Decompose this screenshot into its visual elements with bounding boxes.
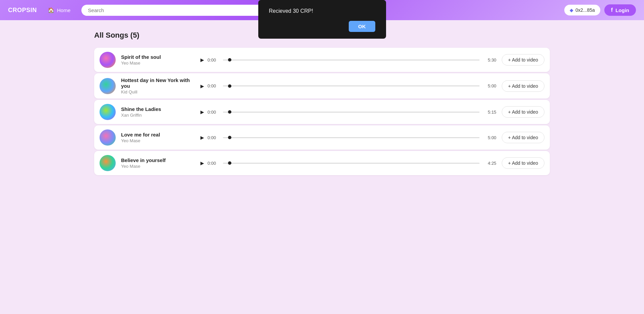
song-title: Spirit of the soul bbox=[121, 54, 195, 60]
song-title: Hottest day in New York with you bbox=[121, 77, 195, 89]
time-start: 0:00 bbox=[207, 83, 220, 88]
progress-bar[interactable] bbox=[223, 163, 480, 164]
song-avatar bbox=[100, 129, 116, 146]
add-to-video-button[interactable]: + Add to video bbox=[502, 80, 544, 92]
progress-dot bbox=[228, 161, 231, 165]
song-artist: Kid Quill bbox=[121, 89, 195, 94]
song-avatar bbox=[100, 78, 116, 94]
song-row: Shine the Ladies Xan Griffin ▶ 0:00 5:15… bbox=[94, 100, 550, 124]
song-artist: Yeo Mase bbox=[121, 138, 195, 143]
progress-dot bbox=[228, 84, 231, 88]
song-artist: Yeo Mase bbox=[121, 164, 195, 169]
play-button[interactable]: ▶ bbox=[200, 83, 204, 89]
home-label: Home bbox=[57, 7, 71, 13]
modal-actions: OK bbox=[269, 21, 375, 32]
home-nav[interactable]: 🏠 Home bbox=[48, 7, 71, 13]
logo: CROPSIN bbox=[8, 7, 37, 14]
eth-icon: ◆ bbox=[570, 7, 573, 13]
play-button[interactable]: ▶ bbox=[200, 135, 204, 140]
facebook-icon: f bbox=[611, 7, 613, 13]
song-artist: Xan Griffin bbox=[121, 113, 195, 118]
song-info: Shine the Ladies Xan Griffin bbox=[121, 106, 195, 118]
home-icon: 🏠 bbox=[48, 7, 54, 13]
time-start: 0:00 bbox=[207, 135, 220, 140]
song-info: Believe in yourself Yeo Mase bbox=[121, 157, 195, 169]
song-avatar bbox=[100, 104, 116, 120]
progress-bar[interactable] bbox=[223, 60, 480, 61]
time-end: 4:25 bbox=[483, 161, 496, 166]
time-end: 5:15 bbox=[483, 110, 496, 115]
progress-dot bbox=[228, 58, 231, 62]
song-row: Spirit of the soul Yeo Mase ▶ 0:00 5:30 … bbox=[94, 48, 550, 72]
time-start: 0:00 bbox=[207, 110, 220, 115]
song-title: Love me for real bbox=[121, 132, 195, 138]
add-to-video-button[interactable]: + Add to video bbox=[502, 54, 544, 66]
progress-bar[interactable] bbox=[223, 112, 480, 113]
song-player: ▶ 0:00 5:30 bbox=[200, 57, 496, 63]
wallet-address: 0x2...85a bbox=[575, 7, 595, 13]
time-end: 5:00 bbox=[483, 135, 496, 140]
song-info: Spirit of the soul Yeo Mase bbox=[121, 54, 195, 66]
login-label: Login bbox=[615, 7, 629, 13]
progress-bar[interactable] bbox=[223, 85, 480, 86]
song-info: Love me for real Yeo Mase bbox=[121, 132, 195, 143]
song-player: ▶ 0:00 4:25 bbox=[200, 160, 496, 166]
time-end: 5:00 bbox=[483, 83, 496, 88]
header-right: ◆ 0x2...85a f Login bbox=[564, 4, 636, 16]
play-button[interactable]: ▶ bbox=[200, 109, 204, 115]
song-avatar bbox=[100, 52, 116, 68]
songs-list: Spirit of the soul Yeo Mase ▶ 0:00 5:30 … bbox=[94, 48, 550, 175]
wallet-badge: ◆ 0x2...85a bbox=[564, 5, 600, 15]
song-row: Believe in yourself Yeo Mase ▶ 0:00 4:25… bbox=[94, 151, 550, 175]
song-row: Hottest day in New York with you Kid Qui… bbox=[94, 73, 550, 99]
progress-dot bbox=[228, 136, 231, 139]
add-to-video-button[interactable]: + Add to video bbox=[502, 157, 544, 169]
song-player: ▶ 0:00 5:00 bbox=[200, 83, 496, 89]
play-button[interactable]: ▶ bbox=[200, 160, 204, 166]
modal-message: Recieved 30 CRP! bbox=[269, 8, 375, 14]
song-title: Shine the Ladies bbox=[121, 106, 195, 112]
song-artist: Yeo Mase bbox=[121, 61, 195, 66]
song-row: Love me for real Yeo Mase ▶ 0:00 5:00 + … bbox=[94, 125, 550, 150]
add-to-video-button[interactable]: + Add to video bbox=[502, 132, 544, 143]
play-button[interactable]: ▶ bbox=[200, 57, 204, 63]
song-info: Hottest day in New York with you Kid Qui… bbox=[121, 77, 195, 94]
add-to-video-button[interactable]: + Add to video bbox=[502, 106, 544, 118]
song-player: ▶ 0:00 5:15 bbox=[200, 109, 496, 115]
time-start: 0:00 bbox=[207, 57, 220, 63]
song-player: ▶ 0:00 5:00 bbox=[200, 135, 496, 140]
time-start: 0:00 bbox=[207, 161, 220, 166]
song-title: Believe in yourself bbox=[121, 157, 195, 163]
progress-bar[interactable] bbox=[223, 137, 480, 138]
login-button[interactable]: f Login bbox=[604, 4, 636, 16]
song-avatar bbox=[100, 155, 116, 171]
main-content: All Songs (5) Spirit of the soul Yeo Mas… bbox=[0, 20, 644, 186]
progress-dot bbox=[228, 110, 231, 114]
time-end: 5:30 bbox=[483, 57, 496, 63]
modal-ok-button[interactable]: OK bbox=[349, 21, 375, 32]
modal-dialog: Recieved 30 CRP! OK bbox=[258, 0, 386, 39]
